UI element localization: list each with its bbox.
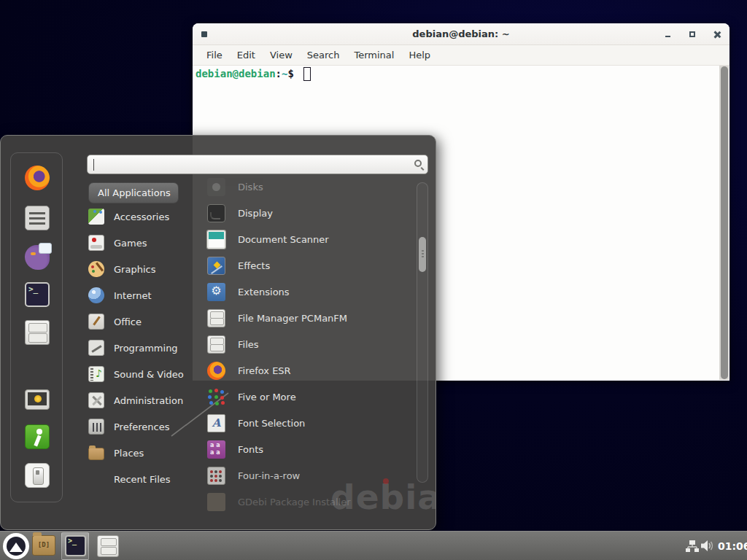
app-five-or-more[interactable]: Five or More (207, 384, 414, 410)
category-sound-video[interactable]: Sound & Video (88, 361, 198, 387)
font-selection-icon (207, 414, 225, 432)
accessories-icon (88, 209, 104, 225)
menu-scrollbar-thumb[interactable] (419, 237, 426, 272)
terminal-menubar: File Edit View Search Terminal Help (193, 45, 729, 66)
app-effects[interactable]: Effects (207, 252, 414, 279)
administration-icon (88, 392, 104, 408)
minimize-icon (665, 36, 670, 37)
effects-icon (207, 257, 225, 275)
preferences-icon (88, 419, 104, 435)
app-font-selection[interactable]: Font Selection (207, 410, 414, 436)
search-icon (414, 160, 422, 167)
desktop-folder-icon[interactable] (32, 535, 55, 556)
sound-video-icon (88, 366, 104, 382)
category-recent-files[interactable]: Recent Files (88, 466, 198, 492)
terminal-window-icon (201, 31, 207, 37)
graphics-icon (88, 261, 104, 277)
office-icon (88, 314, 104, 330)
firefox-icon[interactable] (25, 166, 50, 190)
file-manager-taskbar-icon[interactable] (97, 535, 119, 557)
text-caret (93, 159, 94, 171)
display-icon (207, 204, 225, 222)
terminal-icon (65, 535, 86, 556)
firefox-esr-icon (207, 362, 225, 380)
category-games[interactable]: Games (88, 230, 198, 256)
extensions-icon (207, 283, 225, 301)
fonts-icon (207, 440, 225, 459)
four-in-a-row-icon (207, 467, 225, 485)
all-applications-button[interactable]: All Applications (88, 182, 179, 203)
app-display[interactable]: Display (207, 200, 414, 226)
app-file-manager-pcmanfm[interactable]: File Manager PCManFM (207, 305, 414, 331)
menu-file[interactable]: File (200, 47, 229, 63)
terminal-launcher-icon[interactable] (25, 282, 50, 307)
places-icon (88, 448, 104, 460)
clock[interactable]: 01:06 (718, 540, 747, 552)
minimize-button[interactable] (662, 29, 673, 39)
category-administration[interactable]: Administration (88, 387, 198, 413)
internet-icon (88, 287, 104, 303)
app-fonts[interactable]: Fonts (207, 436, 414, 462)
volume-icon[interactable] (701, 540, 715, 552)
app-four-in-a-row[interactable]: Four-in-a-row (207, 462, 414, 489)
files-icon (207, 335, 225, 354)
app-disks[interactable]: Disks (207, 174, 414, 200)
menu-search[interactable]: Search (301, 47, 347, 63)
menu-scrollbar[interactable] (417, 182, 428, 483)
terminal-scrollbar-thumb[interactable] (721, 66, 728, 379)
terminal-title: debian@debian: ~ (193, 23, 729, 45)
menu-view[interactable]: View (263, 47, 299, 63)
favorites-sidebar (10, 152, 63, 502)
app-extensions[interactable]: Extensions (207, 279, 414, 305)
control-center-icon[interactable] (25, 206, 50, 230)
shutdown-icon[interactable] (25, 463, 50, 488)
application-menu: debian All Applications Accessories Gam (0, 135, 436, 530)
logout-icon[interactable] (25, 424, 50, 449)
pidgin-icon[interactable] (25, 245, 50, 270)
category-places[interactable]: Places (88, 440, 198, 466)
network-icon[interactable] (686, 540, 699, 552)
pcmanfm-icon (207, 309, 225, 327)
category-accessories[interactable]: Accessories (88, 203, 198, 230)
close-button[interactable] (712, 29, 722, 39)
disks-icon (207, 178, 225, 196)
games-icon (88, 235, 104, 251)
screensaver-icon[interactable] (25, 389, 50, 410)
desktop: debian@debian: ~ File Edit View Search T… (0, 0, 747, 560)
terminal-cursor (303, 67, 311, 81)
category-office[interactable]: Office (88, 308, 198, 335)
category-preferences[interactable]: Preferences (88, 413, 198, 440)
file-manager-icon[interactable] (25, 320, 50, 345)
menu-edit[interactable]: Edit (231, 47, 262, 63)
shell-prompt: debian@debian:~$ (196, 68, 294, 79)
app-firefox-esr[interactable]: Firefox ESR (207, 357, 414, 384)
terminal-taskbar-button[interactable] (61, 532, 89, 560)
search-box (87, 155, 428, 174)
five-or-more-icon (207, 388, 225, 406)
terminal-titlebar[interactable]: debian@debian: ~ (193, 23, 729, 45)
gdebi-icon (207, 493, 225, 511)
search-input[interactable] (93, 158, 400, 172)
menu-terminal[interactable]: Terminal (347, 47, 400, 63)
terminal-scrollbar[interactable] (719, 66, 729, 380)
app-files[interactable]: Files (207, 331, 414, 357)
close-icon (713, 31, 721, 38)
category-internet[interactable]: Internet (88, 282, 198, 308)
maximize-button[interactable] (687, 29, 697, 39)
category-programming[interactable]: Programming (88, 335, 198, 361)
menu-button[interactable] (3, 533, 29, 559)
category-graphics[interactable]: Graphics (88, 256, 198, 282)
app-document-scanner[interactable]: Document Scanner (207, 226, 414, 252)
taskbar: 01:06 (0, 531, 747, 560)
menu-help[interactable]: Help (402, 47, 437, 63)
programming-icon (88, 340, 104, 356)
maximize-icon (689, 31, 695, 37)
all-applications-label: All Applications (98, 187, 171, 198)
app-gdebi-package-installer[interactable]: GDebi Package Installer (207, 489, 414, 515)
document-scanner-icon (207, 230, 225, 249)
